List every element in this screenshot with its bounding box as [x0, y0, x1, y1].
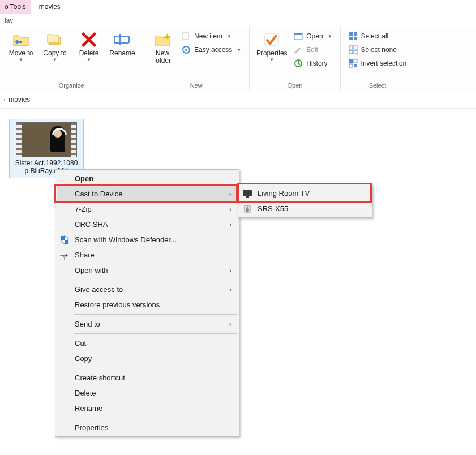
ctx-rename[interactable]: Rename: [57, 401, 238, 416]
folder-stack-icon: [46, 31, 64, 49]
svg-point-29: [247, 206, 248, 208]
ctx-copy[interactable]: Copy: [57, 351, 238, 366]
shield-icon: [59, 234, 70, 246]
ribbon-group-select: Select all Select none Invert selection …: [341, 27, 415, 91]
ribbon-group-label: Open: [287, 81, 302, 89]
ctx-properties[interactable]: Properties: [57, 420, 238, 435]
chevron-down-icon: ▼: [237, 48, 241, 53]
history-button[interactable]: History: [293, 58, 333, 69]
ctx-cast-to-device[interactable]: Cast to Device ›: [57, 186, 238, 201]
ribbon-tabs-row: lay: [0, 14, 476, 27]
delete-button[interactable]: Delete ▼: [72, 29, 105, 62]
ribbon-group-new: New folder New item▼ Easy access▼ New: [143, 27, 250, 91]
svg-rect-26: [246, 196, 249, 198]
cast-submenu: Living Room TV SRS-X55: [238, 184, 372, 218]
chevron-right-icon: ›: [226, 190, 234, 198]
ctx-crc-sha[interactable]: CRC SHA ›: [57, 217, 238, 232]
ctx-defender[interactable]: Scan with Windows Defender...: [57, 232, 238, 247]
cast-device-living-room-tv[interactable]: Living Room TV: [239, 186, 371, 201]
ctx-7zip[interactable]: 7-Zip ›: [57, 201, 238, 217]
ctx-create-shortcut[interactable]: Create shortcut: [57, 370, 238, 385]
ctx-delete[interactable]: Delete: [57, 385, 238, 401]
title-strip: o Tools movies: [0, 0, 476, 14]
open-button[interactable]: Open▼: [293, 31, 333, 42]
ribbon-group-label: Select: [369, 81, 387, 89]
ctx-share[interactable]: Share: [57, 247, 238, 263]
ribbon: Move to ▼ Copy to ▼ D: [0, 27, 476, 91]
menu-separator: [74, 314, 237, 315]
folder-arrow-left-icon: [12, 31, 30, 49]
copy-to-button[interactable]: Copy to ▼: [38, 29, 71, 62]
invert-selection-button[interactable]: Invert selection: [348, 58, 408, 69]
breadcrumb-segment[interactable]: movies: [8, 96, 30, 104]
rename-icon: [113, 31, 131, 49]
rename-button[interactable]: Rename: [106, 29, 138, 57]
menu-separator: [74, 418, 237, 418]
menu-separator: [74, 280, 237, 280]
new-folder-button[interactable]: New folder: [148, 29, 177, 65]
menu-separator: [74, 368, 237, 368]
select-all-icon: [349, 32, 358, 41]
svg-rect-13: [349, 37, 353, 40]
delete-x-icon: [80, 31, 98, 49]
ribbon-tab-play[interactable]: lay: [0, 14, 18, 27]
menu-separator: [74, 333, 237, 334]
breadcrumb[interactable]: › movies: [0, 91, 476, 109]
tv-icon: [242, 188, 253, 199]
chevron-right-icon: ›: [226, 205, 234, 213]
ctx-send-to[interactable]: Send to ›: [57, 316, 238, 332]
contextual-tab[interactable]: o Tools: [0, 0, 31, 14]
ctx-open[interactable]: Open: [57, 171, 238, 186]
ctx-cut[interactable]: Cut: [57, 336, 238, 351]
cast-device-srs-x55[interactable]: SRS-X55: [239, 201, 371, 216]
open-icon: [294, 32, 303, 41]
svg-rect-19: [349, 59, 353, 63]
ribbon-group-label: New: [190, 81, 203, 89]
svg-rect-14: [354, 37, 357, 40]
new-folder-icon: [153, 31, 171, 49]
window-title: movies: [31, 0, 68, 14]
select-none-button[interactable]: Select none: [348, 44, 408, 55]
chevron-down-icon: ▼: [269, 57, 274, 62]
ribbon-group-organize: Move to ▼ Copy to ▼ D: [0, 27, 143, 91]
svg-rect-23: [61, 236, 65, 240]
chevron-right-icon: ›: [226, 320, 234, 328]
svg-point-6: [185, 49, 187, 51]
select-all-button[interactable]: Select all: [348, 31, 408, 42]
chevron-right-icon: ›: [226, 267, 234, 274]
ctx-restore-versions[interactable]: Restore previous versions: [57, 297, 238, 312]
svg-rect-3: [167, 34, 168, 39]
invert-selection-icon: [349, 59, 358, 68]
ribbon-group-label: Organize: [59, 81, 84, 89]
svg-rect-1: [119, 34, 121, 45]
svg-rect-15: [349, 46, 353, 49]
move-to-button[interactable]: Move to ▼: [5, 29, 37, 62]
svg-rect-18: [354, 50, 357, 54]
edit-button: Edit: [293, 44, 333, 55]
svg-point-28: [246, 208, 249, 212]
video-thumbnail: [16, 122, 77, 157]
svg-rect-12: [354, 32, 357, 36]
chevron-down-icon: ▼: [87, 57, 91, 62]
easy-access-button[interactable]: Easy access▼: [181, 44, 242, 55]
chevron-right-icon: ›: [226, 286, 234, 294]
ctx-give-access[interactable]: Give access to ›: [57, 282, 238, 297]
easy-access-icon: [182, 45, 191, 54]
svg-rect-4: [183, 33, 188, 40]
chevron-right-icon: ›: [3, 97, 5, 103]
ctx-open-with[interactable]: Open with ›: [57, 263, 238, 278]
svg-rect-25: [243, 190, 252, 196]
chevron-right-icon: ›: [226, 221, 234, 229]
chevron-down-icon: ▼: [19, 57, 23, 62]
svg-rect-11: [349, 32, 353, 36]
new-item-button[interactable]: New item▼: [181, 31, 242, 42]
svg-rect-22: [354, 64, 357, 67]
new-item-icon: [182, 32, 191, 41]
context-menu: Open Cast to Device › 7-Zip › CRC SHA › …: [55, 169, 239, 437]
edit-icon: [294, 45, 303, 54]
chevron-down-icon: ▼: [53, 57, 57, 62]
select-none-icon: [349, 45, 358, 54]
properties-button[interactable]: Properties ▼: [254, 29, 289, 62]
speaker-icon: [242, 203, 253, 214]
chevron-down-icon: ▼: [227, 34, 231, 39]
